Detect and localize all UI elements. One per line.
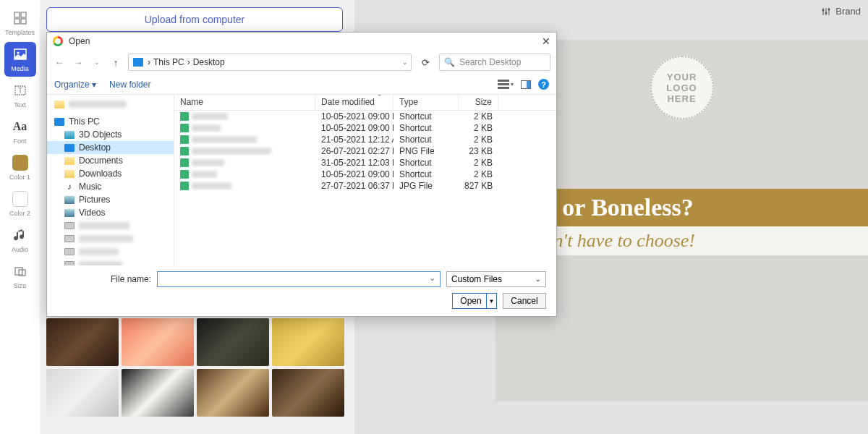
- file-open-dialog: Open ✕ ← → ⌄ ↑ › This PC › Desktop ⌄ ⟳ 🔍…: [46, 32, 557, 317]
- file-rows: 10-05-2021 09:00 PMShortcut2 KB 10-05-20…: [174, 111, 556, 265]
- tree-item[interactable]: [47, 258, 174, 265]
- media-thumbnail[interactable]: [46, 318, 119, 366]
- forward-icon[interactable]: →: [72, 56, 85, 69]
- tree-item-music[interactable]: ♪Music: [47, 180, 174, 193]
- color-swatch-1: [12, 155, 28, 171]
- breadcrumb-sep: ›: [187, 57, 190, 67]
- tree-item-downloads[interactable]: Downloads: [47, 167, 174, 180]
- file-row[interactable]: 27-07-2021 06:37 PMJPG File827 KB: [174, 180, 556, 192]
- tree-item-documents[interactable]: Documents: [47, 154, 174, 167]
- svg-point-13: [822, 9, 825, 11]
- file-icon: [180, 112, 189, 121]
- column-name[interactable]: Name: [174, 95, 315, 110]
- view-mode-button[interactable]: ▾: [498, 80, 514, 90]
- file-row[interactable]: 10-05-2021 09:00 PMShortcut2 KB: [174, 111, 556, 122]
- left-sidebar: Templates Media T Text Aa Font Color 1 C…: [0, 0, 40, 434]
- media-thumbnail[interactable]: [197, 369, 269, 417]
- top-toolbar: Brand: [821, 6, 861, 17]
- upload-from-computer-button[interactable]: Upload from computer: [46, 7, 343, 32]
- chevron-down-icon[interactable]: ⌄: [402, 59, 408, 66]
- file-type-filter[interactable]: Custom Files⌄: [446, 271, 546, 287]
- address-bar[interactable]: › This PC › Desktop ⌄: [128, 54, 412, 71]
- tree-item-3d-objects[interactable]: 3D Objects: [47, 128, 174, 141]
- tree-item-desktop[interactable]: Desktop: [47, 141, 174, 154]
- sidebar-size[interactable]: Size: [4, 259, 36, 294]
- svg-rect-0: [14, 12, 20, 17]
- sidebar-label: Templates: [5, 29, 35, 36]
- file-row[interactable]: 10-05-2021 09:00 PMShortcut2 KB: [174, 169, 556, 180]
- svg-rect-1: [21, 12, 26, 17]
- new-folder-button[interactable]: New folder: [109, 80, 150, 90]
- music-icon: ♪: [64, 182, 75, 191]
- column-size[interactable]: Size: [459, 95, 498, 110]
- search-icon: 🔍: [444, 57, 455, 67]
- brand-label[interactable]: Brand: [835, 6, 861, 17]
- sidebar-label: Color 2: [9, 210, 30, 217]
- font-icon: Aa: [12, 119, 28, 135]
- logo-text: YOUR: [667, 72, 697, 82]
- sidebar-label: Audio: [12, 246, 28, 253]
- tree-item-pictures[interactable]: Pictures: [47, 193, 174, 206]
- media-thumbnail[interactable]: [122, 318, 194, 366]
- sidebar-font[interactable]: Aa Font: [4, 114, 36, 149]
- media-thumbnail[interactable]: [272, 369, 344, 417]
- close-icon[interactable]: ✕: [540, 35, 552, 47]
- file-icon: [180, 135, 189, 144]
- sidebar-media[interactable]: Media: [4, 42, 36, 77]
- file-list: ⌃ Name Date modified Type Size 10-05-202…: [174, 95, 556, 265]
- text-icon: T: [12, 82, 28, 98]
- sidebar-templates[interactable]: Templates: [4, 6, 36, 41]
- chrome-icon: [53, 36, 63, 46]
- file-row[interactable]: 26-07-2021 02:27 PMPNG File23 KB: [174, 145, 556, 157]
- sidebar-color-2[interactable]: Color 2: [4, 187, 36, 221]
- sidebar-audio[interactable]: Audio: [4, 223, 36, 258]
- file-row[interactable]: 10-05-2021 09:00 PMShortcut2 KB: [174, 122, 556, 134]
- back-icon[interactable]: ←: [53, 56, 66, 69]
- sort-indicator-icon: ⌃: [377, 95, 383, 101]
- chevron-down-icon[interactable]: ▼: [486, 294, 496, 308]
- preview-pane-button[interactable]: [521, 80, 531, 89]
- media-thumbnail[interactable]: [46, 369, 119, 417]
- file-row[interactable]: 21-05-2021 12:12 AMShortcut2 KB: [174, 134, 556, 145]
- help-icon[interactable]: ?: [538, 79, 549, 90]
- list-header: Name Date modified Type Size: [174, 95, 556, 111]
- file-row[interactable]: 31-05-2021 12:03 PMShortcut2 KB: [174, 157, 556, 169]
- media-thumbnail[interactable]: [272, 318, 344, 366]
- svg-point-14: [825, 12, 827, 14]
- breadcrumb-item[interactable]: Desktop: [193, 57, 225, 67]
- logo-placeholder[interactable]: YOUR LOGO HERE: [650, 56, 714, 119]
- column-type[interactable]: Type: [393, 95, 459, 110]
- cancel-button[interactable]: Cancel: [503, 293, 546, 309]
- tree-item[interactable]: [47, 219, 174, 232]
- up-icon[interactable]: ↑: [109, 56, 122, 69]
- folder-tree[interactable]: This PC 3D Objects Desktop Documents Dow…: [47, 95, 174, 265]
- organize-menu[interactable]: Organize ▾: [54, 80, 96, 90]
- sidebar-label: Media: [11, 65, 29, 72]
- tree-item-this-pc[interactable]: This PC: [47, 115, 174, 128]
- svg-text:T: T: [17, 87, 22, 95]
- dialog-footer: File name: Custom Files⌄ Open▼ Cancel: [47, 265, 556, 316]
- search-placeholder: Search Desktop: [459, 57, 521, 67]
- audio-icon: [12, 227, 28, 243]
- breadcrumb-item[interactable]: This PC: [153, 57, 184, 67]
- media-thumbnail[interactable]: [197, 318, 269, 366]
- file-icon: [180, 170, 189, 179]
- search-input[interactable]: 🔍 Search Desktop: [439, 54, 550, 71]
- size-icon: [12, 263, 28, 279]
- sidebar-text[interactable]: T Text: [4, 78, 36, 113]
- media-thumbnail[interactable]: [122, 369, 194, 417]
- open-button[interactable]: Open▼: [452, 293, 497, 309]
- sidebar-label: Size: [14, 282, 27, 289]
- tree-item[interactable]: [47, 245, 174, 258]
- templates-icon: [12, 10, 28, 26]
- refresh-icon[interactable]: ⟳: [417, 54, 433, 70]
- sidebar-color-1[interactable]: Color 1: [4, 150, 36, 185]
- chevron-down-icon[interactable]: ⌄: [90, 56, 103, 69]
- sidebar-label: Text: [14, 101, 26, 109]
- tree-item[interactable]: [47, 98, 174, 111]
- file-name-input[interactable]: [157, 271, 441, 287]
- tree-item-videos[interactable]: Videos: [47, 206, 174, 219]
- media-icon: [12, 46, 28, 62]
- tree-item[interactable]: [47, 232, 174, 245]
- sliders-icon[interactable]: [821, 7, 831, 17]
